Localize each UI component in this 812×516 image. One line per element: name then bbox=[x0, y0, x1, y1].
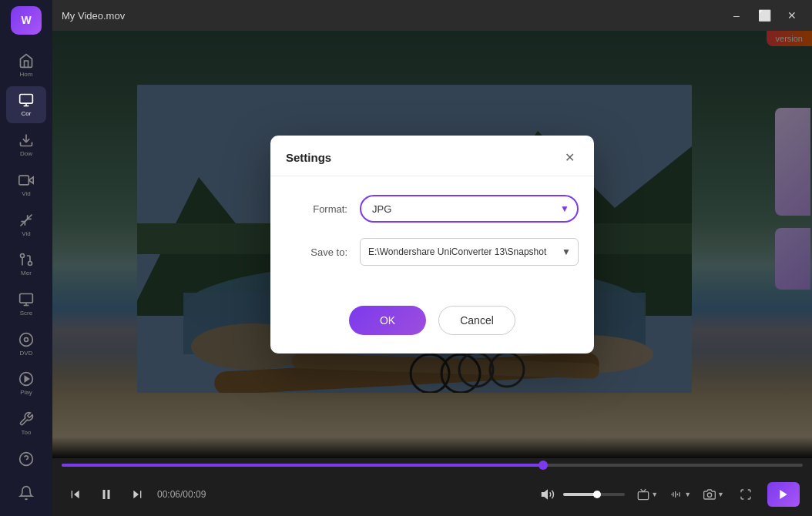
screenshot-button[interactable]: ▼ bbox=[700, 484, 727, 505]
svg-rect-35 bbox=[108, 490, 110, 499]
svg-line-6 bbox=[21, 219, 28, 226]
save-to-select-wrapper: E:\Wondershare UniConverter 13\Snapshot … bbox=[360, 238, 579, 266]
controls-row: 00:06/00:09 ▼ bbox=[52, 472, 812, 516]
notify-button[interactable] bbox=[12, 479, 40, 507]
ok-button[interactable]: OK bbox=[349, 306, 426, 335]
format-row: Format: JPG PNG BMP TIFF ▼ bbox=[286, 195, 579, 223]
format-label: Format: bbox=[286, 203, 347, 215]
sidebar-item-screen[interactable]: Scre bbox=[6, 286, 46, 323]
bell-icon bbox=[18, 485, 34, 501]
volume-track[interactable] bbox=[563, 493, 625, 496]
svg-rect-39 bbox=[639, 491, 649, 499]
app-logo[interactable]: W bbox=[11, 6, 42, 35]
sidebar-item-dvd[interactable]: DVD bbox=[6, 326, 46, 363]
sidebar-item-download[interactable]: Dow bbox=[6, 126, 46, 163]
svg-marker-36 bbox=[133, 490, 139, 498]
svg-rect-0 bbox=[20, 95, 33, 104]
settings-dialog: Settings ✕ Format: JPG bbox=[270, 136, 594, 353]
close-button[interactable]: ✕ bbox=[781, 5, 803, 26]
action-icon bbox=[777, 488, 790, 501]
play-icon bbox=[18, 371, 34, 387]
progress-bar-container[interactable] bbox=[52, 458, 812, 472]
convert-icon bbox=[18, 92, 34, 108]
prev-button[interactable] bbox=[65, 484, 86, 505]
maximize-button[interactable]: ⬜ bbox=[753, 5, 775, 26]
svg-point-7 bbox=[29, 262, 32, 266]
tools-icon bbox=[18, 411, 34, 427]
sidebar-item-compress[interactable]: Vid bbox=[6, 206, 46, 243]
svg-rect-4 bbox=[19, 176, 29, 185]
camera-icon bbox=[703, 488, 716, 501]
merge-icon bbox=[18, 252, 34, 267]
action-button[interactable] bbox=[767, 482, 800, 507]
fullscreen-button[interactable] bbox=[733, 484, 758, 505]
dialog-header: Settings ✕ bbox=[270, 136, 594, 176]
dialog-footer: OK Cancel bbox=[270, 300, 594, 353]
progress-thumb[interactable] bbox=[539, 461, 548, 470]
svg-rect-34 bbox=[103, 490, 106, 499]
dialog-close-button[interactable]: ✕ bbox=[560, 148, 579, 166]
volume-icon bbox=[541, 488, 555, 501]
video-controls: 00:06/00:09 ▼ bbox=[52, 458, 812, 516]
fullscreen-icon bbox=[740, 488, 752, 501]
volume-fill bbox=[563, 493, 597, 496]
screen-icon bbox=[18, 292, 34, 307]
volume-thumb[interactable] bbox=[593, 491, 601, 498]
window-title: My Video.mov bbox=[62, 10, 726, 22]
save-to-label: Save to: bbox=[286, 246, 347, 258]
sidebar-item-video-edit[interactable]: Vid bbox=[6, 166, 46, 203]
sidebar-item-merge[interactable]: Mer bbox=[6, 246, 46, 283]
format-select-wrapper: JPG PNG BMP TIFF ▼ bbox=[360, 195, 579, 223]
svg-point-8 bbox=[21, 254, 25, 258]
home-icon bbox=[18, 53, 34, 69]
pause-icon bbox=[99, 488, 113, 501]
sidebar: W Hom Cor Dow Vid Vid Mer Scre DVD Play bbox=[0, 0, 52, 516]
svg-marker-3 bbox=[29, 177, 33, 183]
disc-icon bbox=[18, 332, 34, 347]
next-button[interactable] bbox=[126, 484, 148, 505]
question-icon bbox=[18, 451, 34, 467]
minimize-button[interactable]: – bbox=[726, 5, 747, 26]
main-content: My Video.mov – ⬜ ✕ bbox=[52, 0, 812, 516]
save-to-row: Save to: E:\Wondershare UniConverter 13\… bbox=[286, 238, 579, 266]
svg-marker-41 bbox=[780, 490, 787, 499]
svg-point-40 bbox=[707, 493, 711, 497]
cancel-button[interactable]: Cancel bbox=[438, 306, 515, 335]
subtitle-button[interactable]: ▼ bbox=[634, 484, 661, 505]
svg-point-14 bbox=[25, 337, 29, 341]
sidebar-item-player[interactable]: Play bbox=[6, 366, 46, 403]
svg-rect-10 bbox=[20, 293, 33, 303]
volume-button[interactable] bbox=[537, 484, 559, 505]
dialog-body: Format: JPG PNG BMP TIFF ▼ bbox=[270, 176, 594, 300]
save-to-select[interactable]: E:\Wondershare UniConverter 13\Snapshot bbox=[360, 238, 579, 266]
window-titlebar: My Video.mov – ⬜ ✕ bbox=[52, 0, 812, 31]
pause-button[interactable] bbox=[96, 484, 117, 505]
next-icon bbox=[131, 488, 143, 501]
video-content: version Settings ✕ bbox=[52, 31, 812, 458]
prev-icon bbox=[69, 488, 82, 501]
subtitle-icon bbox=[637, 488, 649, 501]
sidebar-item-tools[interactable]: Too bbox=[6, 405, 46, 442]
format-select[interactable]: JPG PNG BMP TIFF bbox=[360, 195, 579, 223]
video-icon bbox=[18, 173, 34, 188]
audio-button[interactable]: ▼ bbox=[667, 484, 694, 505]
help-button[interactable] bbox=[12, 445, 40, 473]
window-controls: – ⬜ ✕ bbox=[726, 5, 803, 26]
svg-marker-38 bbox=[542, 490, 548, 498]
svg-marker-16 bbox=[25, 377, 29, 382]
audio-waveform-icon bbox=[670, 488, 683, 501]
download-icon bbox=[18, 132, 34, 148]
right-controls: ▼ ▼ ▼ bbox=[634, 484, 758, 505]
video-window: My Video.mov – ⬜ ✕ bbox=[52, 0, 812, 516]
time-display: 00:06/00:09 bbox=[157, 489, 206, 500]
dialog-overlay: Settings ✕ Format: JPG bbox=[52, 31, 812, 458]
dialog-title: Settings bbox=[286, 151, 331, 164]
svg-point-13 bbox=[20, 333, 33, 346]
compress-icon bbox=[18, 213, 34, 228]
progress-fill bbox=[62, 464, 543, 467]
volume-area bbox=[537, 484, 625, 505]
sidebar-item-home[interactable]: Hom bbox=[6, 47, 46, 84]
sidebar-bottom bbox=[12, 445, 40, 516]
progress-track[interactable] bbox=[62, 464, 803, 467]
sidebar-item-convert[interactable]: Cor bbox=[6, 86, 46, 123]
